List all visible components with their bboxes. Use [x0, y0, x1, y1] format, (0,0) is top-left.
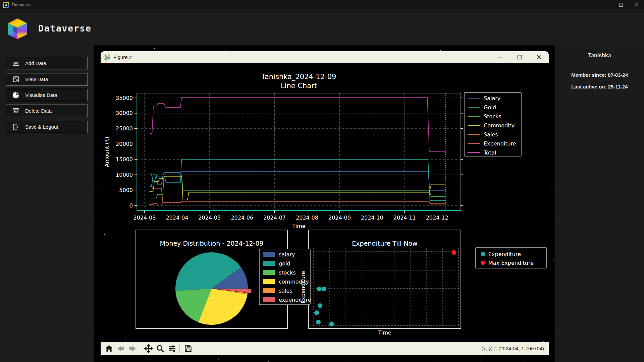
star-dot	[178, 346, 178, 347]
svg-text:Money Distribution - 2024-12-0: Money Distribution - 2024-12-09	[160, 240, 263, 247]
charts-svg[interactable]: 050001000015000200002500030000350002024-…	[101, 63, 549, 342]
close-icon	[634, 3, 639, 7]
scatter-point	[317, 287, 322, 291]
figure-window[interactable]: Figure 2 0500010000150002000025000300003…	[101, 51, 549, 355]
member-since: Member since: 07-03-24	[555, 72, 644, 78]
svg-text:Expenditure: Expenditure	[484, 140, 516, 147]
scatter-chart: Expenditure Till NowTimeExpenditureMax E…	[309, 230, 546, 336]
svg-text:2024-11: 2024-11	[393, 215, 416, 221]
star-dot	[536, 48, 537, 48]
maximize-icon	[619, 3, 623, 7]
scatter-legend: ExpenditureMax Expenditure	[476, 247, 546, 268]
save-logout-button[interactable]: Save & Logout	[6, 121, 88, 133]
svg-text:2024-05: 2024-05	[198, 215, 221, 221]
app-minimize-button[interactable]	[598, 0, 613, 9]
svg-text:Commodity: Commodity	[484, 122, 515, 129]
home-icon	[105, 344, 113, 353]
sliders-icon	[168, 344, 176, 353]
scatter-point	[314, 310, 319, 315]
view-data-button[interactable]: View Data	[6, 73, 88, 85]
series-total	[150, 97, 446, 152]
star-dot	[113, 146, 114, 147]
app-maximize-button[interactable]	[613, 0, 629, 9]
svg-text:30000: 30000	[116, 110, 133, 116]
star-dot	[543, 341, 544, 342]
toolbar-pan-button[interactable]	[143, 343, 154, 354]
svg-text:Salary: Salary	[484, 95, 500, 102]
toolbar-save-button[interactable]	[182, 343, 194, 354]
line-chart: 050001000015000200002500030000350002024-…	[104, 73, 521, 229]
series-sales	[150, 184, 446, 204]
svg-text:Time: Time	[378, 329, 391, 336]
figure-titlebar[interactable]: Figure 2	[101, 51, 549, 63]
forward-arrow-icon	[128, 344, 137, 353]
dataverse-app: Dataverse	[0, 0, 644, 362]
svg-text:2024-10: 2024-10	[361, 215, 383, 221]
star-dot	[283, 51, 284, 52]
svg-text:2024-06: 2024-06	[231, 215, 253, 221]
logout-icon	[12, 123, 20, 131]
app-window-icon	[3, 2, 9, 8]
star-dot	[547, 52, 548, 52]
svg-text:Tanishka_2024-12-09: Tanishka_2024-12-09	[261, 73, 336, 81]
svg-text:stocks: stocks	[279, 269, 296, 276]
toolbar-separator	[179, 344, 180, 353]
pan-icon	[144, 344, 153, 353]
delete-data-label: Delete Data	[25, 108, 52, 114]
figure-maximize-button[interactable]	[510, 51, 529, 63]
series-salary	[150, 172, 446, 191]
figure-toolbar: (x, y) = (2024-04, 1.76e+04)	[101, 342, 549, 355]
figure-title: Figure 2	[113, 54, 132, 60]
plot-desk-background: Figure 2 0500010000150002000025000300003…	[94, 45, 555, 362]
toolbar-back-button[interactable]	[115, 343, 126, 354]
scatter-point	[318, 303, 322, 308]
figure-minimize-button[interactable]	[490, 51, 510, 63]
star-dot	[377, 50, 377, 51]
svg-text:Max Expenditure: Max Expenditure	[488, 260, 534, 266]
star-dot	[218, 359, 219, 360]
svg-text:Time: Time	[292, 223, 305, 229]
svg-text:2024-12: 2024-12	[426, 215, 448, 221]
scatter-point	[451, 250, 456, 255]
svg-text:Sales: Sales	[484, 131, 498, 138]
star-dot	[378, 349, 378, 350]
star-dot	[298, 353, 299, 354]
toolbar-home-button[interactable]	[103, 343, 114, 354]
app-window-title: Dataverse	[12, 2, 32, 7]
svg-text:10000: 10000	[116, 172, 133, 178]
user-name: Tanishka	[555, 53, 644, 59]
star-dot	[268, 361, 269, 362]
svg-text:Gold: Gold	[484, 104, 496, 111]
star-dot	[321, 49, 321, 49]
star-dot	[440, 50, 441, 51]
scatter-point	[329, 322, 334, 326]
svg-text:2024-07: 2024-07	[263, 215, 286, 221]
visualise-data-button[interactable]: Visualise Data	[6, 89, 88, 101]
view-data-label: View Data	[25, 76, 48, 82]
series-commodity	[150, 176, 446, 200]
svg-text:Total: Total	[483, 149, 496, 156]
series-expenditure	[150, 202, 446, 205]
figure-canvas[interactable]: 050001000015000200002500030000350002024-…	[101, 63, 549, 342]
toolbar-zoom-button[interactable]	[155, 343, 166, 354]
svg-text:Amount (₹): Amount (₹)	[104, 137, 110, 167]
app-titlebar[interactable]: Dataverse	[0, 0, 644, 9]
svg-text:2024-08: 2024-08	[296, 215, 318, 221]
delete-data-button[interactable]: Delete Data	[6, 105, 88, 117]
dataverse-logo	[6, 17, 29, 40]
toolbar-configure-button[interactable]	[166, 343, 177, 354]
add-data-label: Add Data	[25, 60, 46, 66]
figure-close-button[interactable]	[529, 51, 549, 63]
app-close-button[interactable]	[629, 0, 644, 9]
pie-chart-icon	[12, 91, 20, 99]
add-data-button[interactable]: Add Data	[6, 57, 88, 69]
star-dot	[469, 346, 470, 347]
toolbar-forward-button[interactable]	[127, 343, 138, 354]
scatter-point	[322, 287, 326, 291]
line-chart-legend: SalaryGoldStocksCommoditySalesExpenditur…	[464, 93, 521, 156]
svg-text:salary: salary	[279, 251, 295, 258]
table-add-icon	[12, 59, 20, 67]
scatter-point	[316, 320, 321, 324]
close-icon	[537, 55, 542, 60]
svg-text:20000: 20000	[116, 141, 133, 147]
